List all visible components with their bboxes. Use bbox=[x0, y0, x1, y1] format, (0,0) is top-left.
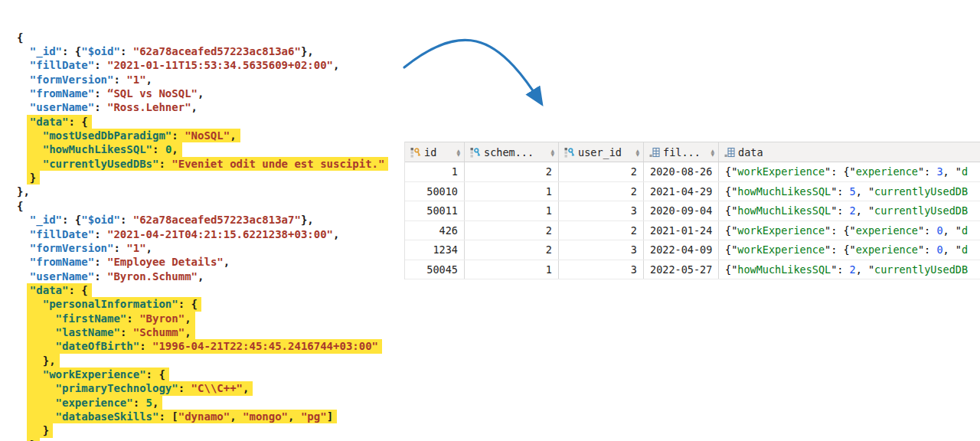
highlight-region: } bbox=[27, 438, 40, 441]
cell-fil[interactable]: 2020-08-26 bbox=[644, 162, 719, 181]
cell-id[interactable]: 50010 bbox=[405, 182, 465, 201]
sort-toggle-icon[interactable]: ▲▼ bbox=[456, 149, 460, 156]
code-token: ] bbox=[327, 410, 333, 423]
code-token: , bbox=[185, 326, 191, 338]
code-line: "userName": "Ross.Lehner", bbox=[17, 100, 388, 114]
code-token: , bbox=[152, 397, 158, 409]
table-row: 426222021-01-24{"workExperience": {"expe… bbox=[405, 221, 980, 241]
code-token: { bbox=[17, 31, 23, 44]
cell-schem[interactable]: 2 bbox=[465, 240, 559, 260]
cell-json-token: 5 bbox=[850, 185, 856, 198]
cell-id[interactable]: 426 bbox=[405, 221, 465, 240]
cell-json-token: 3 bbox=[936, 165, 942, 178]
arrow-path bbox=[404, 40, 541, 103]
code-token: : bbox=[133, 397, 146, 409]
highlight-region: "workExperience": { bbox=[27, 368, 169, 381]
cell-user_id[interactable]: 2 bbox=[559, 182, 644, 201]
cell-schem[interactable]: 2 bbox=[465, 162, 559, 181]
cell-data[interactable]: {"workExperience": {"experience": 3, "d bbox=[719, 162, 980, 181]
code-token: : { bbox=[68, 116, 87, 128]
column-label: data bbox=[738, 146, 763, 158]
cell-schem[interactable]: 2 bbox=[465, 221, 559, 240]
cell-schem[interactable]: 1 bbox=[465, 182, 559, 201]
code-token: : bbox=[94, 101, 107, 113]
cell-fil[interactable]: 2022-04-09 bbox=[644, 240, 719, 260]
code-token bbox=[30, 410, 56, 423]
cell-id[interactable]: 50011 bbox=[405, 201, 465, 220]
code-token: "userName" bbox=[30, 101, 94, 113]
cell-user_id[interactable]: 2 bbox=[559, 162, 644, 181]
code-token: : bbox=[120, 326, 133, 338]
code-token: "formVersion" bbox=[30, 74, 114, 86]
code-line: "data": { bbox=[17, 283, 388, 297]
cell-user_id[interactable]: 3 bbox=[559, 240, 644, 260]
code-token: “SQL vs NoSQL" bbox=[107, 87, 198, 100]
cell-id[interactable]: 50045 bbox=[405, 260, 465, 279]
cell-fil[interactable]: 2020-09-04 bbox=[644, 201, 719, 220]
cell-fil[interactable]: 2022-05-27 bbox=[644, 260, 719, 279]
cell-schem[interactable]: 1 bbox=[465, 260, 559, 279]
cell-json-token: ": bbox=[831, 204, 849, 217]
code-line: "fillDate": "2021-04-21T04:21:15.6221238… bbox=[17, 227, 388, 241]
highlight-region: "howMuchLikesSQL": 0, bbox=[27, 142, 182, 156]
code-token: , bbox=[146, 74, 152, 86]
code-token: , bbox=[333, 59, 339, 71]
cell-json-token: {" bbox=[725, 165, 737, 178]
cell-user_id[interactable]: 3 bbox=[559, 260, 644, 279]
cell-json-token: ": bbox=[831, 263, 849, 276]
column-header-data[interactable]: data bbox=[719, 142, 980, 162]
code-token: , bbox=[288, 410, 301, 423]
column-header-schem[interactable]: schem...▲▼ bbox=[465, 142, 559, 162]
code-token: : bbox=[158, 158, 172, 170]
highlight-region: "currentlyUsedDBs": "Eveniet odit unde e… bbox=[27, 157, 389, 171]
code-token: : bbox=[126, 312, 139, 325]
column-header-fil[interactable]: fil...▲▼ bbox=[644, 142, 719, 162]
code-line: } bbox=[17, 438, 388, 441]
code-token: "fromName" bbox=[30, 87, 94, 100]
code-token: : bbox=[94, 256, 107, 268]
code-token: : bbox=[120, 45, 133, 57]
code-line: } bbox=[17, 171, 388, 185]
primary-key-icon bbox=[410, 147, 421, 158]
code-line: "userName": "Byron.Schumm", bbox=[17, 270, 388, 283]
cell-user_id[interactable]: 3 bbox=[559, 201, 644, 220]
cell-data[interactable]: {"workExperience": {"experience": 0, "d bbox=[719, 240, 980, 260]
code-line: "_id": {"$oid": "62a78aceafed57223ac813a… bbox=[17, 44, 388, 58]
cell-data[interactable]: {"workExperience": {"experience": 0, "d bbox=[719, 221, 980, 240]
column-header-id[interactable]: id▲▼ bbox=[405, 142, 465, 162]
code-token: "Byron" bbox=[139, 312, 185, 325]
cell-id[interactable]: 1 bbox=[405, 162, 465, 181]
column-header-user_id[interactable]: user_id▲▼ bbox=[559, 142, 644, 162]
cell-id[interactable]: 1234 bbox=[405, 240, 465, 260]
cell-fil[interactable]: 2021-01-24 bbox=[644, 221, 719, 240]
code-token: "62a78aceafed57223ac813a6" bbox=[133, 45, 301, 57]
code-line: "workExperience": { bbox=[17, 368, 388, 381]
cell-schem[interactable]: 1 bbox=[465, 201, 559, 220]
cell-data[interactable]: {"howMuchLikesSQL": 2, "currentlyUsedDB bbox=[719, 201, 980, 220]
cell-fil[interactable]: 2021-04-29 bbox=[644, 182, 719, 201]
sort-toggle-icon[interactable]: ▲▼ bbox=[550, 149, 554, 156]
highlight-region: "firstName": "Byron", bbox=[27, 312, 195, 325]
code-token: : bbox=[94, 228, 107, 240]
code-token: { bbox=[17, 200, 23, 212]
cell-json-token: 0 bbox=[936, 243, 942, 256]
code-token bbox=[30, 312, 56, 325]
sort-toggle-icon[interactable]: ▲▼ bbox=[710, 149, 714, 156]
code-token: , bbox=[172, 143, 178, 155]
code-token: : bbox=[94, 87, 107, 100]
code-token: "fillDate" bbox=[30, 59, 94, 71]
code-token: "NoSQL" bbox=[185, 129, 230, 142]
grid-header-row: id▲▼schem...▲▼user_id▲▼fil...▲▼data bbox=[405, 142, 980, 162]
code-token: "fromName" bbox=[30, 256, 94, 268]
code-token: "experience" bbox=[56, 397, 133, 409]
code-line: "formVersion": "1", bbox=[17, 73, 388, 87]
cell-data[interactable]: {"howMuchLikesSQL": 2, "currentlyUsedDB bbox=[719, 260, 980, 279]
cell-user_id[interactable]: 2 bbox=[559, 221, 644, 240]
sort-toggle-icon[interactable]: ▲▼ bbox=[635, 149, 639, 156]
code-line: "currentlyUsedDBs": "Eveniet odit unde e… bbox=[17, 157, 388, 171]
code-token: : bbox=[113, 242, 126, 254]
cell-data[interactable]: {"howMuchLikesSQL": 5, "currentlyUsedDB bbox=[719, 182, 980, 201]
code-token: "Eveniet odit unde est suscipit." bbox=[172, 158, 384, 170]
code-token: : { bbox=[178, 298, 198, 310]
cell-json-token: , " bbox=[856, 204, 874, 217]
